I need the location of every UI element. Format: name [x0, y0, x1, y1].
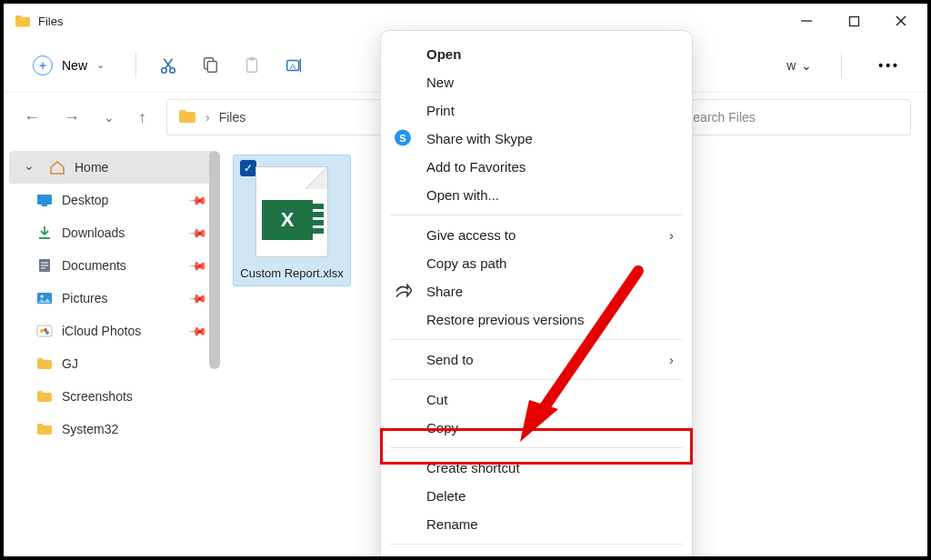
svg-rect-1 [849, 16, 858, 25]
maximize-button[interactable] [846, 13, 862, 29]
sidebar-item-label: Home [75, 160, 108, 175]
minimize-button[interactable] [798, 13, 815, 29]
sidebar-item-desktop[interactable]: Desktop 📌 [4, 184, 220, 216]
ctx-separator [390, 544, 683, 545]
sidebar-item-home[interactable]: Home [9, 151, 215, 184]
ctx-cut[interactable]: Cut [381, 385, 692, 414]
ctx-rename[interactable]: Rename [381, 510, 692, 538]
view-dropdown[interactable]: w ⌄ [779, 55, 819, 76]
chevron-down-icon: ⌄ [96, 59, 105, 71]
back-button[interactable]: ← [20, 105, 44, 131]
sidebar-item-label: Desktop [62, 193, 108, 207]
ctx-copy[interactable]: Copy [381, 414, 692, 442]
pictures-icon [36, 291, 53, 305]
toolbar-separator [841, 53, 842, 78]
pin-icon: 📌 [188, 321, 208, 341]
pin-icon: 📌 [188, 190, 208, 210]
copy-icon[interactable] [200, 55, 220, 75]
svg-line-6 [165, 58, 173, 68]
icloud-icon [36, 324, 53, 338]
rename-icon[interactable]: A [284, 55, 304, 75]
ctx-share-skype[interactable]: S Share with Skype [381, 125, 692, 153]
ctx-separator [390, 447, 683, 448]
ctx-add-favorites[interactable]: Add to Favorites [381, 153, 692, 181]
ctx-separator [390, 215, 683, 215]
sidebar-item-label: Documents [62, 258, 126, 273]
ctx-share[interactable]: Share [381, 277, 692, 305]
svg-rect-10 [247, 58, 257, 72]
pin-icon: 📌 [188, 223, 208, 243]
chevron-right-icon: › [669, 227, 674, 243]
sidebar-item-icloud[interactable]: iCloud Photos 📌 [4, 315, 220, 347]
desktop-icon [36, 193, 53, 207]
ctx-open[interactable]: Open [381, 40, 692, 68]
sidebar: Home Desktop 📌 Downloads 📌 Documents 📌 [4, 142, 220, 555]
up-button[interactable]: ↑ [135, 105, 150, 131]
recent-dropdown[interactable]: ⌄ [100, 106, 118, 128]
sidebar-item-gj[interactable]: GJ [4, 347, 220, 380]
plus-icon: + [33, 55, 53, 75]
svg-rect-11 [249, 56, 255, 60]
breadcrumb-item[interactable]: Files [219, 110, 246, 125]
sidebar-item-label: GJ [62, 356, 78, 371]
folder-icon [36, 356, 53, 371]
svg-rect-16 [42, 205, 47, 206]
sidebar-item-label: iCloud Photos [62, 324, 141, 338]
sidebar-item-label: Downloads [62, 225, 125, 240]
ctx-print[interactable]: Print [381, 96, 692, 125]
ctx-copy-as-path[interactable]: Copy as path [381, 249, 692, 277]
folder-icon [36, 422, 53, 436]
skype-icon: S [394, 128, 412, 149]
ctx-open-with[interactable]: Open with... [381, 181, 692, 209]
ctx-separator [390, 379, 683, 380]
view-label: w [786, 58, 796, 73]
search-input[interactable]: Search Files [673, 99, 911, 135]
svg-text:S: S [399, 132, 405, 143]
folder-icon [15, 15, 31, 27]
sidebar-item-label: Pictures [62, 291, 108, 305]
svg-text:A: A [290, 61, 296, 70]
forward-button[interactable]: → [60, 105, 84, 131]
svg-rect-15 [37, 195, 52, 205]
ctx-properties[interactable]: Properties [381, 550, 692, 560]
toolbar-separator [135, 53, 136, 78]
file-item-selected[interactable]: ✓ X Custom Report.xlsx [233, 155, 351, 286]
ctx-delete[interactable]: Delete [381, 482, 692, 510]
svg-line-7 [164, 58, 171, 68]
pin-icon: 📌 [188, 288, 208, 308]
svg-rect-9 [207, 61, 216, 72]
download-icon [36, 225, 53, 240]
selected-check-icon: ✓ [240, 160, 256, 176]
search-placeholder: Search Files [685, 110, 756, 125]
chevron-right-icon: › [669, 352, 674, 367]
svg-point-22 [41, 295, 44, 298]
sidebar-item-label: System32 [62, 422, 118, 436]
sidebar-item-downloads[interactable]: Downloads 📌 [4, 216, 220, 249]
file-thumbnail: X [255, 166, 328, 257]
ctx-send-to[interactable]: Send to› [381, 345, 692, 374]
sidebar-item-screenshots[interactable]: Screenshots [4, 380, 220, 413]
breadcrumb-separator: › [205, 110, 210, 125]
home-icon [49, 160, 65, 175]
new-button-label: New [62, 58, 87, 73]
document-icon [36, 258, 53, 273]
sidebar-item-system32[interactable]: System32 [4, 413, 220, 445]
cut-icon[interactable] [158, 55, 178, 75]
ctx-restore-versions[interactable]: Restore previous versions [381, 305, 692, 334]
ctx-give-access[interactable]: Give access to› [381, 221, 692, 249]
file-name: Custom Report.xlsx [237, 266, 346, 280]
more-button[interactable]: ••• [871, 55, 907, 76]
sidebar-scrollbar[interactable] [209, 151, 220, 369]
sidebar-item-documents[interactable]: Documents 📌 [4, 249, 220, 282]
ctx-separator [390, 339, 683, 340]
sidebar-item-pictures[interactable]: Pictures 📌 [4, 282, 220, 315]
pin-icon: 📌 [188, 255, 208, 275]
ctx-new[interactable]: New [381, 68, 692, 96]
new-button[interactable]: + New ⌄ [24, 50, 114, 81]
sidebar-item-label: Screenshots [62, 389, 133, 404]
close-button[interactable] [893, 13, 909, 29]
paste-icon[interactable] [242, 55, 262, 75]
context-menu: Open New Print S Share with Skype Add to… [380, 30, 693, 560]
ctx-create-shortcut[interactable]: Create shortcut [381, 454, 692, 482]
svg-point-26 [45, 331, 49, 335]
